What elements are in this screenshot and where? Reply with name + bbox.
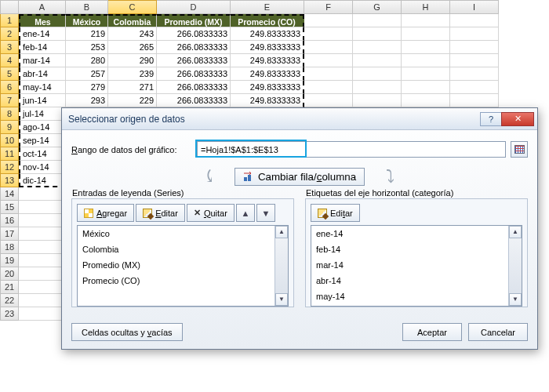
row-header[interactable]: 1: [0, 14, 19, 27]
row-header[interactable]: 12: [0, 161, 19, 174]
cell[interactable]: [402, 14, 450, 27]
move-up-button[interactable]: ▲: [236, 204, 255, 222]
row-header[interactable]: 8: [0, 107, 19, 121]
column-header-A[interactable]: A: [19, 0, 66, 14]
cell[interactable]: [353, 14, 402, 27]
row-header[interactable]: 17: [0, 227, 19, 241]
cell[interactable]: [19, 254, 66, 267]
cell[interactable]: [19, 294, 66, 307]
row-header[interactable]: 4: [0, 54, 19, 67]
close-button[interactable]: ✕: [501, 112, 534, 126]
list-item[interactable]: México: [78, 226, 288, 241]
row-header[interactable]: 11: [0, 147, 19, 161]
cell[interactable]: 249.8333333: [231, 41, 304, 54]
cell[interactable]: [304, 41, 353, 54]
cell[interactable]: [19, 267, 66, 281]
cell[interactable]: Promecio (CO): [231, 14, 304, 27]
cell[interactable]: [353, 94, 402, 107]
cell[interactable]: [450, 41, 499, 54]
cell[interactable]: 249.8333333: [231, 67, 304, 81]
row-header[interactable]: 7: [0, 94, 19, 107]
cell[interactable]: 271: [108, 81, 157, 94]
column-header-G[interactable]: G: [353, 0, 402, 14]
edit-series-button[interactable]: Editar: [136, 204, 185, 222]
cell[interactable]: 266.0833333: [157, 41, 231, 54]
cell[interactable]: nov-14: [19, 161, 66, 174]
row-header[interactable]: 15: [0, 201, 19, 214]
list-item[interactable]: abr-14: [311, 273, 522, 289]
cell[interactable]: [353, 41, 402, 54]
column-header-E[interactable]: E: [231, 0, 304, 14]
cell[interactable]: mar-14: [19, 54, 66, 67]
row-header[interactable]: 5: [0, 67, 19, 81]
cell[interactable]: [19, 241, 66, 254]
row-header[interactable]: 23: [0, 307, 19, 321]
cell[interactable]: 249.8333333: [231, 81, 304, 94]
cell[interactable]: 293: [66, 94, 108, 107]
cell[interactable]: [402, 67, 450, 81]
row-header[interactable]: 2: [0, 27, 19, 41]
cell[interactable]: [19, 307, 66, 321]
scroll-up-button[interactable]: ▲: [509, 226, 522, 238]
column-header-D[interactable]: D: [157, 0, 231, 14]
cell[interactable]: [450, 81, 499, 94]
cell[interactable]: 219: [66, 27, 108, 41]
cell[interactable]: 249.8333333: [231, 54, 304, 67]
column-header-F[interactable]: F: [304, 0, 353, 14]
cell[interactable]: México: [66, 14, 108, 27]
list-item[interactable]: mar-14: [311, 257, 522, 273]
cell[interactable]: 266.0833333: [157, 67, 231, 81]
add-series-button[interactable]: Agregar: [77, 204, 134, 222]
cell[interactable]: ago-14: [19, 121, 66, 134]
list-item[interactable]: feb-14: [311, 241, 522, 257]
dialog-titlebar[interactable]: Seleccionar origen de datos ? ✕: [62, 108, 537, 130]
column-header-H[interactable]: H: [402, 0, 450, 14]
switch-row-column-button[interactable]: Cambiar fila/columna: [235, 168, 365, 186]
cell[interactable]: 249.8333333: [231, 94, 304, 107]
cell[interactable]: 266.0833333: [157, 94, 231, 107]
cell[interactable]: 280: [66, 54, 108, 67]
row-header[interactable]: 9: [0, 121, 19, 134]
row-header[interactable]: 19: [0, 254, 19, 267]
row-header[interactable]: 14: [0, 187, 19, 201]
row-header[interactable]: 3: [0, 41, 19, 54]
hidden-empty-cells-button[interactable]: Celdas ocultas y vacías: [71, 323, 183, 341]
cell[interactable]: jun-14: [19, 94, 66, 107]
cell[interactable]: [450, 54, 499, 67]
cell[interactable]: 253: [66, 41, 108, 54]
column-header-C[interactable]: C: [108, 0, 157, 14]
cell[interactable]: Mes: [19, 14, 66, 27]
scroll-down-button[interactable]: ▼: [509, 293, 522, 306]
list-item[interactable]: ene-14: [311, 226, 522, 241]
cell[interactable]: [353, 54, 402, 67]
row-header[interactable]: 22: [0, 294, 19, 307]
cell[interactable]: [304, 54, 353, 67]
cell[interactable]: Colombia: [108, 14, 157, 27]
cell[interactable]: 290: [108, 54, 157, 67]
cell[interactable]: 239: [108, 67, 157, 81]
ok-button[interactable]: Aceptar: [402, 323, 462, 341]
cell[interactable]: [19, 201, 66, 214]
cell[interactable]: [450, 94, 499, 107]
collapse-dialog-button[interactable]: [511, 141, 528, 158]
cell[interactable]: [450, 67, 499, 81]
cell[interactable]: may-14: [19, 81, 66, 94]
cancel-button[interactable]: Cancelar: [468, 323, 528, 341]
cell[interactable]: 257: [66, 67, 108, 81]
cell[interactable]: [304, 14, 353, 27]
cell[interactable]: [304, 81, 353, 94]
cell[interactable]: abr-14: [19, 67, 66, 81]
cell[interactable]: Promedio (MX): [157, 14, 231, 27]
row-header[interactable]: 10: [0, 134, 19, 147]
cell[interactable]: [450, 14, 499, 27]
cell[interactable]: [19, 187, 66, 201]
cell[interactable]: 266.0833333: [157, 27, 231, 41]
chart-data-range-input[interactable]: =Hoja1!$A$1:$E$13: [197, 141, 506, 158]
list-item[interactable]: Promecio (CO): [78, 273, 288, 289]
remove-series-button[interactable]: ✕Quitar: [187, 204, 235, 222]
cell[interactable]: 266.0833333: [157, 54, 231, 67]
row-header[interactable]: 16: [0, 214, 19, 227]
cell[interactable]: 265: [108, 41, 157, 54]
series-listbox[interactable]: ▲ ▼ MéxicoColombiaPromedio (MX)Promecio …: [77, 225, 289, 307]
cell[interactable]: jul-14: [19, 107, 66, 121]
